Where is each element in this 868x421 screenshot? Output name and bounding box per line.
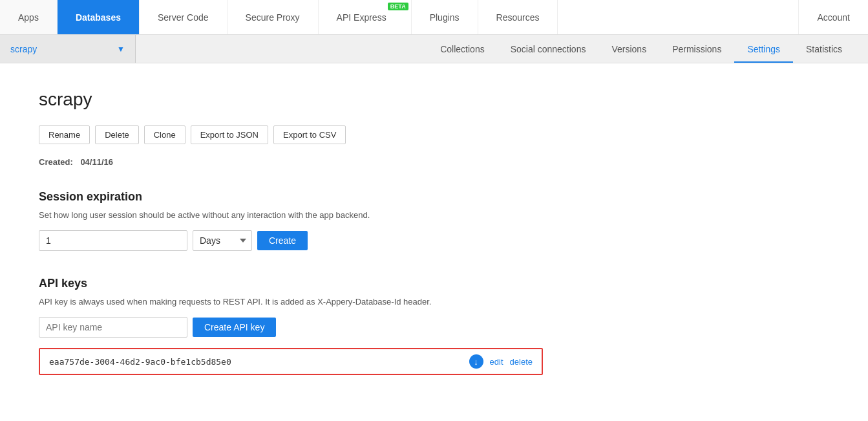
export-csv-button[interactable]: Export to CSV: [273, 125, 346, 144]
api-keys-section: API keys API key is always used when mak…: [39, 277, 829, 375]
tab-social-connections[interactable]: Social connections: [498, 35, 599, 63]
session-expiration-select[interactable]: Days Hours Minutes Weeks: [193, 230, 252, 251]
action-buttons: Rename Delete Clone Export to JSON Expor…: [39, 125, 829, 144]
session-expiration-title: Session expiration: [39, 190, 829, 204]
tab-settings[interactable]: Settings: [734, 35, 793, 63]
created-label: Created:: [39, 157, 73, 167]
sub-nav-tabs: Collections Social connections Versions …: [136, 35, 868, 63]
session-create-button[interactable]: Create: [257, 231, 308, 250]
nav-item-secure-proxy[interactable]: Secure Proxy: [228, 0, 319, 34]
tab-statistics[interactable]: Statistics: [793, 35, 855, 63]
delete-button[interactable]: Delete: [95, 125, 139, 144]
api-keys-desc: API key is always used when making reque…: [39, 297, 829, 307]
nav-item-databases[interactable]: Databases: [58, 0, 140, 34]
api-key-edit-link[interactable]: edit: [490, 357, 503, 367]
rename-button[interactable]: Rename: [39, 125, 90, 144]
session-expiration-input[interactable]: [39, 230, 187, 251]
sub-navigation: scrapy ▼ Collections Social connections …: [0, 35, 868, 63]
api-key-actions: ↓ edit delete: [469, 354, 533, 369]
main-content: scrapy Rename Delete Clone Export to JSO…: [0, 63, 868, 421]
tab-versions[interactable]: Versions: [598, 35, 659, 63]
tab-permissions[interactable]: Permissions: [659, 35, 734, 63]
api-key-download-icon[interactable]: ↓: [469, 354, 483, 369]
nav-item-api-express[interactable]: API Express BETA: [319, 0, 412, 34]
session-expiration-row: Days Hours Minutes Weeks Create: [39, 230, 829, 251]
top-navigation: Apps Databases Server Code Secure Proxy …: [0, 0, 868, 35]
api-key-value: eaa757de-3004-46d2-9ac0-bfe1cb5d85e0: [49, 357, 456, 367]
database-selector[interactable]: scrapy ▼: [0, 35, 136, 63]
api-keys-title: API keys: [39, 277, 829, 290]
page-title: scrapy: [39, 89, 829, 110]
nav-item-account[interactable]: Account: [798, 0, 868, 34]
nav-item-apps[interactable]: Apps: [0, 0, 58, 34]
export-json-button[interactable]: Export to JSON: [191, 125, 268, 144]
nav-item-plugins[interactable]: Plugins: [412, 0, 478, 34]
tab-collections[interactable]: Collections: [427, 35, 497, 63]
session-expiration-section: Session expiration Set how long user ses…: [39, 190, 829, 251]
chevron-down-icon: ▼: [117, 45, 125, 54]
api-key-name-input[interactable]: [39, 317, 187, 338]
api-key-input-row: Create API key: [39, 317, 829, 338]
created-info: Created: 04/11/16: [39, 157, 829, 167]
api-key-row: eaa757de-3004-46d2-9ac0-bfe1cb5d85e0 ↓ e…: [39, 348, 543, 375]
nav-item-server-code[interactable]: Server Code: [140, 0, 228, 34]
created-date: 04/11/16: [80, 157, 113, 167]
clone-button[interactable]: Clone: [144, 125, 185, 144]
api-key-delete-link[interactable]: delete: [510, 357, 533, 367]
nav-item-resources[interactable]: Resources: [478, 0, 558, 34]
session-expiration-desc: Set how long user session should be acti…: [39, 210, 829, 220]
beta-badge: BETA: [388, 3, 408, 10]
create-api-key-button[interactable]: Create API key: [193, 318, 276, 337]
database-selector-value: scrapy: [10, 44, 37, 54]
